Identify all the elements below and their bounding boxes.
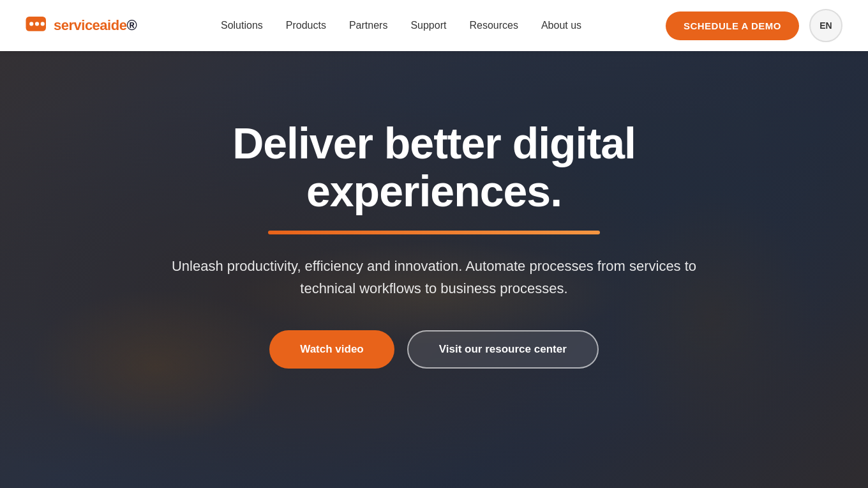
svg-point-2	[35, 22, 39, 26]
hero-content: Deliver better digital experiences. Unle…	[83, 119, 785, 369]
nav-right: SCHEDULE A DEMO EN	[666, 9, 842, 42]
logo[interactable]: serviceaide®	[26, 17, 137, 34]
visit-resource-center-button[interactable]: Visit our resource center	[407, 330, 599, 369]
hero-title-underline	[268, 231, 600, 234]
nav-item-resources[interactable]: Resources	[469, 20, 518, 31]
navbar: serviceaide® Solutions Products Partners…	[0, 0, 868, 51]
watch-video-button[interactable]: Watch video	[269, 330, 394, 369]
nav-item-products[interactable]: Products	[286, 20, 326, 31]
svg-point-3	[41, 22, 45, 26]
schedule-demo-button[interactable]: SCHEDULE A DEMO	[666, 11, 799, 40]
nav-item-about-us[interactable]: About us	[541, 20, 581, 31]
nav-item-support[interactable]: Support	[410, 20, 446, 31]
hero-section: Deliver better digital experiences. Unle…	[0, 0, 868, 488]
svg-point-1	[29, 22, 33, 26]
hero-subtitle: Unleash productivity, efficiency and inn…	[147, 255, 721, 300]
nav-links: Solutions Products Partners Support Reso…	[221, 20, 581, 31]
hero-title: Deliver better digital experiences.	[108, 119, 760, 215]
logo-icon	[26, 17, 49, 34]
logo-text: serviceaide®	[54, 17, 137, 34]
language-button[interactable]: EN	[809, 9, 842, 42]
hero-buttons: Watch video Visit our resource center	[108, 330, 760, 369]
nav-item-solutions[interactable]: Solutions	[221, 20, 263, 31]
nav-item-partners[interactable]: Partners	[349, 20, 387, 31]
